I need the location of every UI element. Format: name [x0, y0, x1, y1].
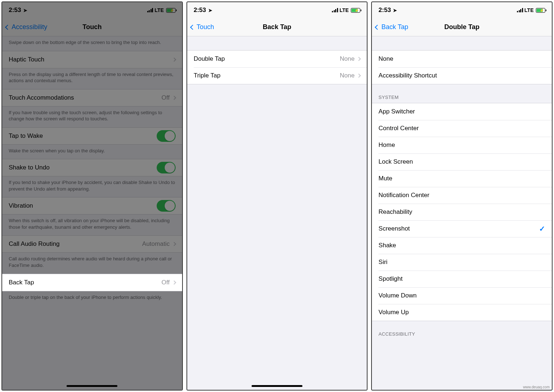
- cell-label: Back Tap: [9, 279, 161, 286]
- option-app-switcher[interactable]: App Switcher: [372, 103, 552, 120]
- cell-value: Off: [161, 279, 169, 286]
- screen-back-tap: 2:53 ➤ LTE ⚡ Touch Back Tap Double Tap N…: [186, 1, 368, 391]
- back-label: Back Tap: [381, 23, 408, 31]
- screen-touch-settings: 2:53 ➤ LTE ⚡ Accessibility Touch Swipe d…: [1, 1, 183, 391]
- backtap-footer: Double or triple tap on the back of your…: [2, 291, 182, 306]
- chevron-right-icon: [357, 73, 361, 77]
- status-time: 2:53: [194, 7, 206, 14]
- network-label: LTE: [154, 7, 164, 13]
- option-spotlight[interactable]: Spotlight: [372, 271, 552, 287]
- back-label: Accessibility: [12, 23, 47, 31]
- option-mute[interactable]: Mute: [372, 170, 552, 187]
- watermark: www.deuaq.com: [523, 385, 550, 389]
- chevron-right-icon: [172, 280, 176, 284]
- cell-value: Automatic: [142, 240, 170, 248]
- haptic-footer: Press on the display using a different l…: [2, 68, 182, 89]
- back-button[interactable]: Touch: [191, 23, 214, 31]
- option-volume-up[interactable]: Volume Up: [372, 304, 552, 321]
- chevron-right-icon: [172, 57, 176, 61]
- back-button[interactable]: Accessibility: [6, 23, 47, 31]
- back-button[interactable]: Back Tap: [376, 23, 408, 31]
- toggle-switch[interactable]: [157, 130, 176, 142]
- status-time: 2:53: [378, 7, 391, 14]
- screen-double-tap: 2:53 ➤ LTE ⚡ Back Tap Double Tap None Ac…: [371, 1, 553, 391]
- network-label: LTE: [340, 7, 349, 13]
- cell-label: Touch Accommodations: [9, 94, 161, 101]
- cell-label: Accessibility Shortcut: [378, 72, 545, 79]
- network-label: LTE: [525, 7, 534, 13]
- location-icon: ➤: [393, 8, 397, 13]
- option-none[interactable]: None: [372, 51, 552, 67]
- page-title: Back Tap: [187, 23, 367, 31]
- status-time: 2:53: [9, 7, 21, 14]
- call-audio-routing-cell[interactable]: Call Audio Routing Automatic: [2, 236, 182, 252]
- callrouting-footer: Call audio routing determines where audi…: [2, 253, 182, 273]
- system-section-header: SYSTEM: [372, 84, 552, 103]
- scroll-content[interactable]: Swipe down on the bottom edge of the scr…: [2, 36, 182, 390]
- touch-accommodations-cell[interactable]: Touch Accommodations Off: [2, 89, 182, 106]
- nav-bar: Back Tap Double Tap: [372, 18, 552, 36]
- chevron-right-icon: [172, 96, 176, 100]
- option-shake[interactable]: Shake: [372, 237, 552, 254]
- cell-label: Call Audio Routing: [9, 240, 142, 248]
- cell-label: Triple Tap: [194, 72, 340, 79]
- checkmark-icon: ✓: [539, 224, 545, 233]
- battery-icon: ⚡: [166, 8, 176, 13]
- option-control-center[interactable]: Control Center: [372, 120, 552, 137]
- signal-icon: [332, 8, 338, 12]
- home-indicator[interactable]: [252, 385, 302, 387]
- nav-bar: Accessibility Touch: [2, 18, 182, 36]
- option-screenshot[interactable]: Screenshot ✓: [372, 220, 552, 237]
- double-tap-cell[interactable]: Double Tap None: [187, 51, 367, 67]
- option-lock-screen[interactable]: Lock Screen: [372, 153, 552, 170]
- accessibility-section-header: ACCESSIBILITY: [372, 321, 552, 340]
- chevron-left-icon: [375, 24, 380, 29]
- home-indicator[interactable]: [67, 385, 117, 387]
- toggle-switch[interactable]: [157, 200, 176, 212]
- cell-value: None: [340, 55, 355, 63]
- scroll-content[interactable]: Double Tap None Triple Tap None: [187, 36, 367, 390]
- cell-label: Shake to Undo: [9, 164, 157, 171]
- back-label: Touch: [197, 23, 214, 31]
- tap-to-wake-cell[interactable]: Tap to Wake: [2, 128, 182, 144]
- scroll-content[interactable]: None Accessibility Shortcut SYSTEM App S…: [372, 36, 552, 390]
- status-bar: 2:53 ➤ LTE ⚡: [187, 2, 367, 18]
- chevron-left-icon: [190, 24, 195, 29]
- shake-footer: If you tend to shake your iPhone by acci…: [2, 176, 182, 197]
- option-reachability[interactable]: Reachability: [372, 204, 552, 220]
- option-notification-center[interactable]: Notification Center: [372, 187, 552, 204]
- vibration-footer: When this switch is off, all vibration o…: [2, 215, 182, 235]
- cell-value: None: [340, 72, 355, 79]
- option-accessibility-shortcut[interactable]: Accessibility Shortcut: [372, 67, 552, 84]
- vibration-cell[interactable]: Vibration: [2, 197, 182, 214]
- chevron-right-icon: [357, 57, 361, 61]
- option-siri[interactable]: Siri: [372, 254, 552, 271]
- cell-label: Double Tap: [194, 55, 340, 63]
- status-bar: 2:53 ➤ LTE ⚡: [372, 2, 552, 18]
- cell-label: Haptic Touch: [9, 56, 173, 63]
- chevron-right-icon: [172, 242, 176, 246]
- haptic-touch-cell[interactable]: Haptic Touch: [2, 51, 182, 68]
- accommodations-footer: If you have trouble using the touch scre…: [2, 107, 182, 127]
- back-tap-cell[interactable]: Back Tap Off: [2, 274, 182, 291]
- battery-icon: ⚡: [536, 8, 545, 13]
- cell-label: Vibration: [9, 202, 157, 209]
- toggle-switch[interactable]: [157, 162, 176, 173]
- shake-to-undo-cell[interactable]: Shake to Undo: [2, 159, 182, 176]
- cell-label: Tap to Wake: [9, 132, 157, 140]
- cell-value: Off: [161, 94, 169, 101]
- chevron-left-icon: [5, 24, 10, 29]
- signal-icon: [517, 8, 523, 12]
- nav-bar: Touch Back Tap: [187, 18, 367, 36]
- battery-icon: ⚡: [351, 8, 360, 13]
- status-bar: 2:53 ➤ LTE ⚡: [2, 2, 182, 18]
- location-icon: ➤: [23, 8, 27, 13]
- triple-tap-cell[interactable]: Triple Tap None: [187, 67, 367, 84]
- reachability-footer: Swipe down on the bottom edge of the scr…: [2, 36, 182, 51]
- cell-label: None: [378, 55, 545, 63]
- location-icon: ➤: [208, 8, 212, 13]
- signal-icon: [147, 8, 153, 12]
- taptowake-footer: Wake the screen when you tap on the disp…: [2, 145, 182, 159]
- option-home[interactable]: Home: [372, 137, 552, 153]
- option-volume-down[interactable]: Volume Down: [372, 287, 552, 304]
